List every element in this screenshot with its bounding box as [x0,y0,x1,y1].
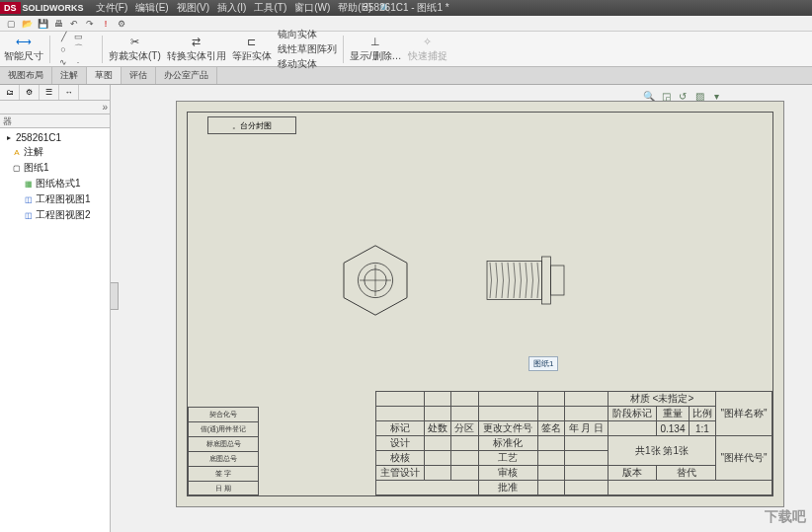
quick-access-toolbar: ▢ 📂 💾 🖶 ↶ ↷ ! ⚙ [0,16,812,32]
app-brand: SOLIDWORKS [23,3,84,13]
options-icon[interactable]: ⚙ [115,18,128,30]
tab-office[interactable]: 办公室产品 [156,67,217,84]
fm-tab-config[interactable]: ☰ [40,85,59,100]
tree-view1[interactable]: ◫工程图视图1 [2,191,108,207]
separator [102,36,103,63]
dimension-icon: ⟷ [15,35,33,48]
spline-icon[interactable]: ∿ [56,56,70,68]
arc-icon[interactable]: ⌒ [71,43,85,55]
left-label-stack: 契合化号 借(通)用件登记 标底图总号 底图总号 签 字 日 期 [188,407,259,495]
tree-sheet[interactable]: ▢图纸1 [2,160,108,176]
point-icon[interactable]: · [71,56,85,68]
menu-edit[interactable]: 编辑(E) [135,1,168,15]
undo-icon[interactable]: ↶ [67,18,81,30]
menu-file[interactable]: 文件(F) [96,1,128,15]
rect-icon[interactable]: ▭ [71,31,85,42]
line-icon[interactable]: ╱ [56,31,70,42]
feature-tree: ▸258261C1 A注解 ▢图纸1 ▦图纸格式1 ◫工程图视图1 ◫工程图视图… [0,128,110,532]
menu-view[interactable]: 视图(V) [177,1,209,15]
title-block: 契合化号 借(通)用件登记 标底图总号 底图总号 签 字 日 期 材质 <未指定… [188,357,772,495]
menu-insert[interactable]: 插入(I) [217,1,246,15]
smart-dimension-button[interactable]: ⟷ 智能尺寸 [4,35,43,63]
tree-root[interactable]: ▸258261C1 [2,131,108,144]
feature-manager-panel: 🗂 ⚙ ☰ ↔ » 器 ▸258261C1 A注解 ▢图纸1 ▦图纸格式1 ◫工… [0,85,111,532]
offset-icon: ⊏ [243,35,261,48]
tree-format[interactable]: ▦图纸格式1 [2,176,108,191]
ribbon: ⟷ 智能尺寸 ╱ ▭ ○ ⌒ ∿ · ✂ 剪裁实体(T) ⇄ 转换实体引用 ⊏ … [0,32,812,67]
fm-tab-dim[interactable]: ↔ [59,85,79,100]
new-icon[interactable]: ▢ [4,18,18,30]
drawing-sheet: 。台分封图 [176,101,784,507]
show-delete-button[interactable]: ⊥ 显示/删除… [350,35,402,63]
sketch-tools-group: ╱ ▭ ○ ⌒ ∿ · [56,31,96,68]
convert-button[interactable]: ⇄ 转换实体引用 [167,35,226,63]
open-icon[interactable]: 📂 [20,18,34,30]
trim-button[interactable]: ✂ 剪裁实体(T) [109,35,161,63]
view-icon: ◫ [24,210,34,220]
watermark: 下载吧 [765,508,806,526]
menu-window[interactable]: 窗口(W) [294,1,330,15]
anno-icon: A [12,147,22,157]
collapse-icon[interactable]: » [102,102,108,113]
tree-annotations[interactable]: A注解 [2,144,108,160]
tree-view2[interactable]: ◫工程图视图2 [2,207,108,223]
print-icon[interactable]: 🖶 [51,18,65,30]
svg-rect-6 [542,257,551,304]
sheet-border: 。台分封图 [187,112,773,496]
view-icon: ◫ [24,194,34,204]
thread-side-view[interactable] [484,251,573,310]
app-logo: DS [0,2,21,14]
mirror-button[interactable]: 镜向实体 [278,28,337,41]
flyout-tab[interactable] [111,282,119,310]
command-tabs: 视图布局 注解 草图 评估 办公室产品 [0,67,812,85]
fm-tab-tree[interactable]: 🗂 [0,85,20,100]
format-icon: ▦ [24,179,34,189]
rebuild-icon[interactable]: ! [99,18,113,30]
quick-snap-button[interactable]: ✧ 快速捕捉 [408,35,447,63]
tab-sketch[interactable]: 草图 [87,67,122,84]
menu-tools[interactable]: 工具(T) [254,1,286,15]
relations-icon: ⊥ [366,35,384,48]
hex-nut-view[interactable] [336,241,415,320]
trim-icon: ✂ [125,35,143,48]
title-box: 。台分封图 [207,116,296,134]
tab-evaluate[interactable]: 评估 [122,67,156,84]
drawing-canvas[interactable]: 🔍 ◲ ↺ ▨ ▾ 。台分封图 [111,85,812,532]
sheet-icon: ▢ [12,163,22,173]
separator [49,36,50,63]
snap-icon: ✧ [419,35,437,48]
tab-layout[interactable]: 视图布局 [0,67,52,84]
title-block-table: 材质 <未指定>"图样名称" 阶段标记重量比例 标记处数分区更改文件号签名年 月… [375,391,772,495]
svg-rect-7 [551,266,565,295]
filter-input[interactable]: 器 [0,114,110,128]
pattern-button[interactable]: 线性草图阵列 [278,42,337,56]
fm-tab-prop[interactable]: ⚙ [20,85,40,100]
offset-button[interactable]: ⊏ 等距实体 [232,35,272,63]
redo-icon[interactable]: ↷ [83,18,97,30]
convert-icon: ⇄ [188,35,205,48]
separator [343,36,344,63]
doc-title: 258261C1 - 图纸1 * [363,1,448,15]
drawing-icon: ▸ [4,133,14,143]
circle-icon[interactable]: ○ [56,43,70,55]
move-button[interactable]: 移动实体 [278,57,337,71]
tab-annotation[interactable]: 注解 [52,67,87,84]
save-icon[interactable]: 💾 [36,18,49,30]
